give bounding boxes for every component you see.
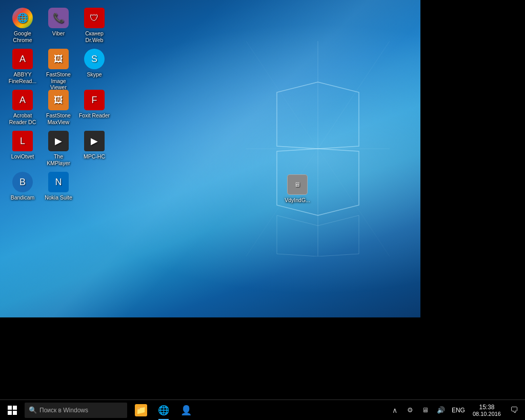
google-chrome-label: Google Chrome bbox=[7, 30, 38, 43]
desktop-icon-drweb[interactable]: 🛡 Сканер Dr.Web bbox=[77, 5, 112, 46]
volume-tray-icon[interactable]: 🔊 bbox=[434, 400, 448, 421]
language-text: ENG bbox=[452, 407, 465, 414]
taskbar-chrome-icon: 🌐 bbox=[157, 404, 170, 416]
taskbar-file-explorer[interactable]: 📁 bbox=[130, 400, 152, 421]
remote-desktop-icon[interactable]: 🖥 VdyIndG... bbox=[279, 174, 315, 204]
taskbar: 🔍 Поиск в Windows 📁 🌐 👤 ∧ ⚙ 🖥 bbox=[0, 399, 525, 420]
desktop-icon-kmplayer[interactable]: ▶ The KMPlayer bbox=[41, 128, 76, 169]
tray-expand-button[interactable]: ∧ bbox=[388, 400, 402, 421]
faststone-mv-label: FastStone MaxView bbox=[43, 112, 74, 125]
desktop-icon-viber[interactable]: 📞 Viber bbox=[41, 5, 76, 46]
viber-icon: 📞 bbox=[48, 8, 69, 28]
search-placeholder-text: Поиск в Windows bbox=[39, 407, 88, 414]
file-explorer-icon: 📁 bbox=[135, 404, 147, 416]
skype-icon: S bbox=[84, 49, 105, 69]
acrobat-label: Acrobat Reader DC bbox=[7, 112, 38, 125]
windows-logo bbox=[246, 41, 390, 256]
desktop-icon-loviotvet[interactable]: L LoviOtvet bbox=[5, 128, 40, 169]
clock-date: 08.10.2016 bbox=[473, 411, 501, 417]
drweb-icon: 🛡 bbox=[84, 8, 105, 28]
nokia-suite-label: Nokia Suite bbox=[45, 194, 72, 201]
kmplayer-icon: ▶ bbox=[48, 131, 69, 151]
language-indicator[interactable]: ENG bbox=[449, 400, 468, 421]
bandicam-icon: B bbox=[12, 172, 33, 192]
network-icon: 🖥 bbox=[422, 406, 429, 414]
bandicam-label: Bandicam bbox=[11, 194, 35, 201]
mpchc-label: MPC-HC bbox=[84, 153, 105, 160]
viber-label: Viber bbox=[52, 30, 65, 37]
desktop-icon-acrobat[interactable]: A Acrobat Reader DC bbox=[5, 87, 40, 128]
faststone-iv-icon: 🖼 bbox=[48, 49, 69, 69]
steam-icon: ⚙ bbox=[407, 406, 413, 414]
nokia-suite-icon: N bbox=[48, 172, 69, 192]
foxit-icon: F bbox=[84, 90, 105, 110]
taskbar-chrome[interactable]: 🌐 bbox=[152, 400, 175, 421]
windows-start-icon bbox=[8, 406, 17, 415]
desktop-icon-nokia-suite[interactable]: N Nokia Suite bbox=[41, 169, 76, 210]
notification-center-button[interactable]: 🗨 bbox=[506, 400, 522, 421]
mpchc-icon: ▶ bbox=[84, 131, 105, 151]
desktop-icon-google-chrome[interactable]: 🌐 Google Chrome bbox=[5, 5, 40, 46]
loviotvet-icon: L bbox=[12, 131, 33, 151]
abbyy-icon: A bbox=[12, 49, 33, 69]
right-panel bbox=[420, 0, 525, 317]
kmplayer-label: The KMPlayer bbox=[43, 153, 74, 166]
steam-tray-icon[interactable]: ⚙ bbox=[403, 400, 417, 421]
bottom-black-area bbox=[0, 317, 525, 399]
volume-icon: 🔊 bbox=[437, 406, 445, 414]
faststone-mv-icon: 🖼 bbox=[48, 90, 69, 110]
remote-icon-label: VdyIndG... bbox=[279, 197, 315, 204]
desktop-icon-skype[interactable]: S Skype bbox=[77, 46, 112, 87]
desktop-icons-grid: 🌐 Google Chrome 📞 Viber 🛡 Сканер Dr.Web … bbox=[3, 3, 115, 213]
search-bar[interactable]: 🔍 Поиск в Windows bbox=[25, 403, 127, 418]
desktop-icon-abbyy[interactable]: A ABBYY FineRead... bbox=[5, 46, 40, 87]
drweb-label: Сканер Dr.Web bbox=[78, 30, 110, 43]
abbyy-label: ABBYY FineRead... bbox=[7, 71, 38, 84]
skype-label: Skype bbox=[87, 71, 102, 78]
desktop-icon-foxit[interactable]: F Foxit Reader bbox=[77, 87, 112, 128]
chevron-up-icon: ∧ bbox=[392, 406, 397, 414]
taskbar-user-icon: 👤 bbox=[180, 404, 192, 416]
clock-time: 15:38 bbox=[479, 404, 494, 411]
desktop: 🌐 Google Chrome 📞 Viber 🛡 Сканер Dr.Web … bbox=[0, 0, 420, 317]
desktop-icon-bandicam[interactable]: B Bandicam bbox=[5, 169, 40, 210]
network-tray-icon[interactable]: 🖥 bbox=[418, 400, 433, 421]
start-button[interactable] bbox=[0, 400, 25, 421]
notification-icon: 🗨 bbox=[510, 406, 518, 415]
search-icon: 🔍 bbox=[29, 406, 37, 414]
svg-line-3 bbox=[246, 41, 318, 149]
svg-line-4 bbox=[318, 149, 390, 256]
system-tray: ∧ ⚙ 🖥 🔊 ENG 15:38 08.10.2016 🗨 bbox=[388, 400, 525, 421]
acrobat-icon: A bbox=[12, 90, 33, 110]
loviotvet-label: LoviOtvet bbox=[11, 153, 34, 160]
desktop-icon-faststone-iv[interactable]: 🖼 FastStone Image Viewer bbox=[41, 46, 76, 87]
desktop-icon-mpchc[interactable]: ▶ MPC-HC bbox=[77, 128, 112, 169]
svg-line-2 bbox=[318, 41, 390, 149]
clock-area[interactable]: 15:38 08.10.2016 bbox=[469, 400, 505, 421]
foxit-label: Foxit Reader bbox=[79, 112, 110, 119]
taskbar-user[interactable]: 👤 bbox=[175, 400, 197, 421]
google-chrome-icon: 🌐 bbox=[12, 8, 33, 28]
desktop-icon-faststone-mv[interactable]: 🖼 FastStone MaxView bbox=[41, 87, 76, 128]
